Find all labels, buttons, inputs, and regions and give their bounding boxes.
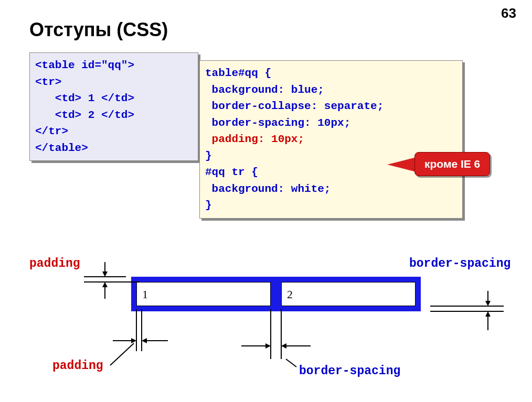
code-line: border-spacing: 10px; (205, 117, 350, 129)
svg-marker-11 (485, 311, 491, 317)
page-number: 63 (501, 5, 516, 21)
code-line (205, 133, 212, 145)
svg-marker-22 (265, 343, 271, 349)
code-line: <tr> (35, 76, 61, 88)
dimension-arrows (0, 257, 532, 398)
code-line: </tr> (35, 125, 68, 137)
svg-marker-17 (142, 338, 147, 343)
code-line: table#qq { (205, 67, 271, 79)
code-line: #qq tr { (205, 166, 258, 178)
code-line: background: white; (205, 183, 331, 195)
svg-marker-24 (281, 343, 286, 349)
code-line: } (205, 199, 212, 211)
code-line: background: blue; (205, 84, 324, 96)
svg-line-18 (110, 343, 134, 365)
svg-marker-5 (102, 282, 108, 287)
code-line: <td> 2 </td> (35, 109, 134, 121)
callout-arrow-icon (387, 157, 416, 172)
code-line: border-collapse: separate; (205, 100, 384, 112)
css-code-block: table#qq { background: blue; border-coll… (199, 60, 463, 219)
code-line: </table> (35, 142, 88, 154)
svg-marker-15 (131, 338, 136, 343)
slide-title: Отступы (CSS) (29, 19, 168, 41)
html-code-block: <table id="qq"> <tr> <td> 1 </td> <td> 2… (29, 52, 198, 161)
code-line: } (205, 150, 212, 162)
svg-marker-3 (102, 271, 108, 277)
code-line: <td> 1 </td> (35, 92, 134, 104)
code-line: <table id="qq"> (35, 59, 134, 71)
svg-marker-9 (485, 301, 491, 306)
svg-line-25 (286, 359, 296, 367)
code-highlight: padding: 10px; (212, 133, 304, 145)
callout-bubble: кроме IE 6 (414, 152, 490, 176)
padding-diagram: 1 2 padding border-spacing padding borde… (0, 257, 532, 398)
